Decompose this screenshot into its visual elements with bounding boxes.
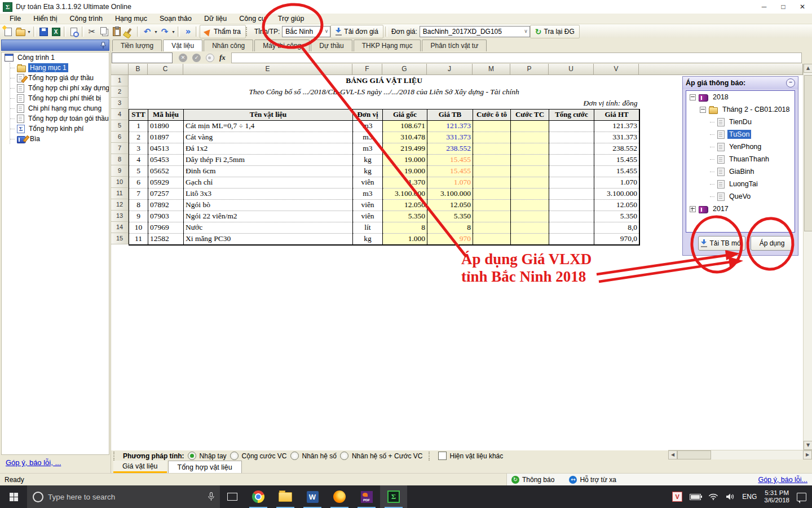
notice-tree-item[interactable]: Tháng 2 - CB01.2018: [686, 103, 795, 116]
scroll-up-arrow[interactable]: ▲: [804, 64, 812, 73]
checkbox-other-materials[interactable]: [438, 452, 447, 460]
cell[interactable]: 331.373: [427, 132, 473, 143]
download-notice-button[interactable]: Tải TB mới: [698, 236, 745, 251]
horizontal-scroll-thumb[interactable]: [677, 450, 711, 459]
taskbar-search[interactable]: Type here to search: [27, 485, 220, 508]
start-button[interactable]: [0, 485, 27, 508]
cell[interactable]: 8,0: [594, 222, 639, 233]
sheet-tab-Giá vật liệu[interactable]: Giá vật liệu: [113, 461, 167, 473]
cell[interactable]: Nước: [184, 222, 353, 233]
column-header-J[interactable]: J: [427, 64, 473, 75]
tree-item[interactable]: Tổng hợp chi phí thiết bị: [10, 93, 109, 103]
taskbar-app-word[interactable]: [299, 485, 326, 508]
row-header-1[interactable]: 1: [111, 75, 129, 86]
cell[interactable]: 970,0: [594, 233, 639, 244]
verify-button[interactable]: Thẩm tra: [200, 25, 246, 38]
cell[interactable]: [549, 222, 594, 233]
cell[interactable]: 01897: [148, 132, 184, 143]
cell[interactable]: Dây thép Fi 2,5mm: [184, 154, 353, 165]
notice-tree-item[interactable]: 2017: [686, 203, 795, 215]
cell[interactable]: 15.455: [594, 165, 639, 177]
row-header-14[interactable]: 14: [111, 222, 129, 233]
row-header-2[interactable]: 2: [111, 86, 129, 98]
cell[interactable]: [549, 132, 594, 143]
cell[interactable]: 15.455: [427, 154, 473, 165]
cell[interactable]: 12.050: [594, 199, 639, 211]
cell[interactable]: 1.000: [383, 233, 427, 244]
cell[interactable]: 238.552: [594, 143, 639, 154]
feedback-link[interactable]: Góp ý, báo lỗi, ...: [6, 458, 61, 467]
cell[interactable]: [511, 154, 549, 165]
column-header-C[interactable]: C: [148, 64, 183, 75]
cell[interactable]: Cát mịn ML=0,7 ÷ 1,4: [184, 120, 353, 132]
cell[interactable]: 1.070: [594, 177, 639, 188]
speaker-icon[interactable]: [726, 493, 735, 501]
notice-tree-item[interactable]: 2018: [686, 91, 795, 103]
cell[interactable]: Ngói bò: [184, 199, 353, 211]
cell-name-box[interactable]: [112, 52, 173, 63]
cell[interactable]: [473, 165, 511, 177]
task-view-button[interactable]: [220, 485, 245, 508]
cell[interactable]: [511, 188, 549, 199]
cell[interactable]: 121.373: [427, 120, 473, 132]
cell[interactable]: m3: [353, 188, 383, 199]
tab-Nhân công[interactable]: Nhân công: [204, 40, 253, 51]
expand-box-icon[interactable]: [690, 206, 696, 212]
cell[interactable]: [473, 154, 511, 165]
cell[interactable]: [549, 199, 594, 211]
relookup-button[interactable]: ↻ Tra lại ĐG: [530, 25, 580, 38]
notice-tree-item[interactable]: TuSon: [686, 128, 795, 141]
minimize-button[interactable]: ─: [754, 0, 774, 14]
cell[interactable]: [473, 132, 511, 143]
cell[interactable]: 1.370: [383, 177, 427, 188]
cell[interactable]: [473, 120, 511, 132]
cell[interactable]: Cát vàng: [184, 132, 353, 143]
collapse-icon[interactable]: –: [786, 78, 795, 87]
cell[interactable]: kg: [353, 165, 383, 177]
cell[interactable]: [511, 120, 549, 132]
column-header-V[interactable]: V: [594, 64, 639, 75]
column-header-P[interactable]: P: [510, 64, 549, 75]
close-button[interactable]: ✕: [793, 0, 812, 14]
fast-button[interactable]: »: [182, 25, 194, 38]
cell[interactable]: [549, 143, 594, 154]
unit-price-combobox[interactable]: BacNinh_2017XD_DG105 ∨: [420, 26, 530, 37]
cell[interactable]: 2: [129, 132, 148, 143]
cell[interactable]: [473, 177, 511, 188]
cell[interactable]: 310.478: [383, 132, 427, 143]
cell[interactable]: [511, 233, 549, 244]
cell[interactable]: 5.350: [594, 211, 639, 222]
cell[interactable]: Litô 3x3: [184, 188, 353, 199]
cell[interactable]: Đá 1x2: [184, 143, 353, 154]
scroll-left-arrow[interactable]: ◀: [668, 450, 677, 459]
open-button[interactable]: [14, 25, 27, 38]
cell[interactable]: 6: [129, 177, 148, 188]
menu-item-5[interactable]: Dữ liệu: [198, 14, 233, 23]
tree-item-project-root[interactable]: Công trình 1: [2, 52, 109, 63]
cell[interactable]: 5.350: [383, 211, 427, 222]
tree-item[interactable]: Bìa: [10, 134, 109, 144]
cell[interactable]: 219.499: [383, 143, 427, 154]
cell[interactable]: [511, 211, 549, 222]
cell[interactable]: viên: [353, 177, 383, 188]
cell[interactable]: [473, 233, 511, 244]
cell[interactable]: [511, 165, 549, 177]
cut-button[interactable]: ✂: [86, 25, 98, 38]
feedback-link-status[interactable]: Góp ý, báo lỗi...: [758, 476, 807, 484]
column-header-U[interactable]: U: [549, 64, 594, 75]
cell[interactable]: 238.552: [427, 143, 473, 154]
menu-item-6[interactable]: Công cụ: [233, 14, 272, 23]
cell[interactable]: 07892: [148, 199, 184, 211]
tree-item[interactable]: Chi phí hạng mục chung: [10, 103, 109, 113]
vertical-scrollbar[interactable]: ▲ ▼: [803, 64, 812, 450]
cell[interactable]: 07257: [148, 188, 184, 199]
menu-item-0[interactable]: File: [3, 14, 27, 23]
tab-Tiền lượng[interactable]: Tiền lượng: [112, 40, 162, 51]
taskbar-app-explorer[interactable]: [272, 485, 299, 508]
chevron-down-icon[interactable]: ▼: [153, 25, 158, 38]
excel-button[interactable]: [50, 25, 62, 38]
notice-status-button[interactable]: ↻ Thông báo: [511, 476, 554, 484]
collapse-box-icon[interactable]: [700, 107, 706, 113]
scroll-down-arrow[interactable]: ▼: [804, 441, 812, 450]
cell[interactable]: [549, 177, 594, 188]
